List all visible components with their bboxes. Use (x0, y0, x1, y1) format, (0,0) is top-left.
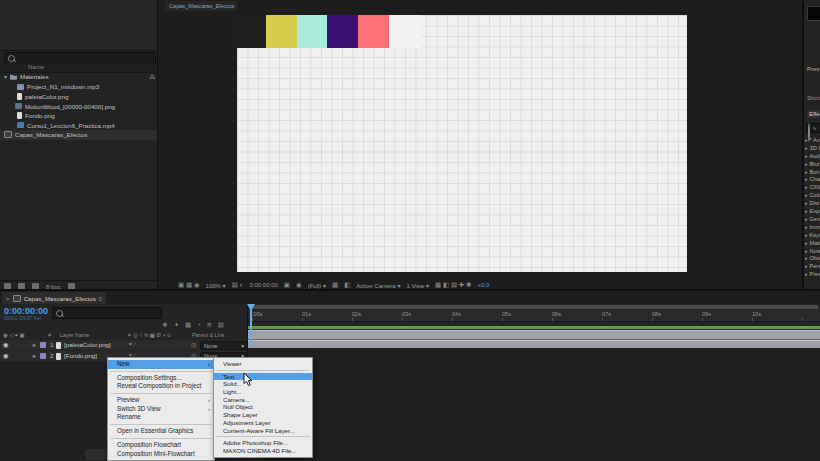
layer-name[interactable]: [Fondo.png] (64, 352, 97, 359)
layer-row[interactable]: ◉ ▸ 1 [paletaColor.png] ✦ ∕ ◎ None▾ (0, 340, 247, 351)
effect-category[interactable]: ▸Chan (805, 176, 820, 184)
submenu-item-light[interactable]: Light... (214, 388, 312, 396)
menu-item-new[interactable]: New› (108, 360, 214, 369)
menu-item-composition-mini-flowchart[interactable]: Composition Mini-Flowchart (108, 450, 214, 459)
menu-item-switch-3d-view[interactable]: Switch 3D View› (108, 405, 214, 414)
roi-icon[interactable]: ▦ (332, 281, 338, 289)
project-item-label[interactable]: Project_N1_mixdown.mp3 (27, 83, 99, 90)
layer-name[interactable]: [paletaColor.png] (64, 341, 111, 348)
layer-duration-bar[interactable] (248, 330, 820, 340)
effect-category[interactable]: ▸Blur (805, 160, 820, 168)
effect-category[interactable]: ▸Colo (805, 191, 820, 199)
switches-column-icons: ✦ ◎ ∖ fx ▦ Ø ◑ ⊙ (127, 332, 171, 338)
menu-item-open-essential-graphics[interactable]: Open in Essential Graphics (108, 427, 214, 436)
effect-category[interactable]: ▸3D C (805, 144, 820, 152)
effect-category[interactable]: ▸Expr (805, 207, 820, 215)
timeline-tab[interactable]: × Capas_Mascaras_Efectos ≡ (2, 292, 106, 304)
fill-color-swatch[interactable] (807, 6, 820, 21)
project-item[interactable]: Curso1_Leccion6_Practica.mp4 (0, 121, 174, 131)
exposure-value[interactable]: +0.0 (478, 282, 490, 288)
effect-category[interactable]: ▸Obso (805, 255, 820, 263)
project-item[interactable]: Project_N1_mixdown.mp3 (0, 82, 174, 92)
project-item-label[interactable]: Capas_Mascaras_Efectos (15, 131, 87, 138)
timeline-toolbar-icons[interactable]: ❖ ✦ ▦ ◔ ≋ ▤ (162, 321, 226, 329)
parent-dropdown[interactable]: None▾ (200, 341, 248, 350)
composition-canvas[interactable] (237, 15, 687, 272)
transparency-grid-icon[interactable]: ◧ (344, 281, 350, 289)
effect-category[interactable]: ▸Bori (805, 168, 820, 176)
resolution-dropdown[interactable]: (Full) ▾ (308, 282, 326, 289)
submenu-item-text[interactable]: Text (214, 373, 312, 381)
close-icon[interactable]: × (6, 295, 10, 302)
always-preview-icon[interactable]: ▣ ▦ ◉ (178, 281, 200, 289)
layer-label-color[interactable] (40, 353, 46, 359)
menu-item-composition-flowchart[interactable]: Composition Flowchart (108, 441, 214, 450)
effect-category[interactable]: ▸* Ani (805, 136, 820, 144)
menu-item-rename[interactable]: Rename (108, 413, 214, 422)
viewer-timecode[interactable]: 0:00:00:00 (250, 282, 278, 288)
view-layout-dropdown[interactable]: 1 View ▾ (406, 282, 429, 289)
time-ruler[interactable]: :00s 01s 02s 03s 04s 05s 06s 07s 08s 09s… (248, 310, 820, 322)
parent-link-column-header[interactable]: Parent & Link (192, 332, 224, 338)
effect-category[interactable]: ▸CINE (805, 183, 820, 191)
effect-category[interactable]: ▸Dist (805, 199, 820, 207)
flowchart-badge-icon[interactable]: ⁂ (149, 73, 155, 80)
project-item[interactable]: paletaColor.png (0, 92, 174, 102)
effects-search-input[interactable] (806, 123, 820, 133)
submenu-item-cinema4d-file[interactable]: MAXON CINEMA 4D File... (214, 447, 312, 455)
effect-category[interactable]: ▸Matt (805, 239, 820, 247)
time-navigator-bar[interactable] (250, 305, 818, 309)
name-column-header[interactable]: Name (28, 64, 44, 70)
project-item-label[interactable]: paletaColor.png (25, 93, 68, 100)
submenu-item-adjustment-layer[interactable]: Adjustment Layer (214, 419, 312, 427)
submenu-item-photoshop-file[interactable]: Adobe Photoshop File... (214, 439, 312, 447)
project-item-label[interactable]: MotionWood_[00000-00400].png (25, 103, 115, 110)
effect-category[interactable]: ▸Nois (805, 247, 820, 255)
effects-presets-tab[interactable]: Effec (807, 110, 820, 118)
menu-item-preview[interactable]: Preview› (108, 396, 214, 405)
layer-name-column-header[interactable]: Layer Name (60, 332, 89, 338)
submenu-item-solid[interactable]: Solid... (214, 380, 312, 388)
project-item[interactable]: Fondo.png (0, 111, 174, 121)
channel-icon[interactable]: ◉ (296, 281, 302, 289)
menu-item-composition-settings[interactable]: Composition Settings... (108, 374, 214, 383)
effect-category[interactable]: ▸Imme (805, 223, 820, 231)
layer-label-color[interactable] (40, 342, 46, 348)
effect-category[interactable]: ▸Pres (805, 270, 820, 278)
magnification-dropdown[interactable]: 100% ▾ (206, 282, 226, 289)
submenu-item-content-aware-fill[interactable]: Content-Aware Fill Layer... (214, 427, 312, 435)
project-item-composition[interactable]: Capas_Mascaras_Efectos (0, 130, 161, 140)
timeline-search-input[interactable] (52, 307, 162, 319)
eye-icon[interactable]: ◉ (3, 341, 8, 348)
current-timecode[interactable]: 0:00:00:00 (4, 306, 48, 316)
project-item-label[interactable]: Materiales (20, 73, 49, 80)
number-column-header[interactable]: # (48, 332, 51, 338)
preview-panel-tab[interactable]: Prev (807, 66, 819, 72)
pixel-aspect-icon[interactable]: ▦ ◧ ▤ ✚ ✱ (435, 281, 472, 289)
effect-category[interactable]: ▸Gene (805, 215, 820, 223)
eye-icon[interactable]: ◉ (3, 352, 8, 359)
submenu-item-camera[interactable]: Camera... (214, 396, 312, 404)
submenu-item-null-object[interactable]: Null Object (214, 403, 312, 411)
project-item-label[interactable]: Fondo.png (25, 112, 55, 119)
project-item[interactable]: MotionWood_[00000-00400].png (0, 102, 172, 112)
submenu-item-viewer[interactable]: Viewer (214, 360, 312, 368)
panel-menu-icon[interactable]: ≡ (99, 295, 103, 302)
effect-category[interactable]: ▸Pers (805, 262, 820, 270)
project-item-label[interactable]: Curso1_Leccion6_Practica.mp4 (27, 122, 115, 129)
effect-category[interactable]: ▸Audi (805, 152, 820, 160)
pickwhip-icon[interactable]: ◎ (191, 341, 196, 348)
twirl-down-icon[interactable]: ▾ (4, 73, 7, 80)
twirl-right-icon[interactable]: ▸ (33, 352, 36, 359)
effect-category[interactable]: ▸Keyi (805, 231, 820, 239)
menu-item-reveal-composition[interactable]: Reveal Composition in Project (108, 382, 214, 391)
layer-switches[interactable]: ✦ ∕ (128, 341, 135, 347)
project-item-folder[interactable]: ▾ Materiales ⁂ (0, 72, 161, 82)
grid-guides-icon[interactable]: ▤ ◐ (232, 281, 244, 289)
viewer-tab[interactable]: Capas_Mascaras_Efectos (165, 1, 238, 11)
camera-dropdown[interactable]: Active Camera ▾ (356, 282, 400, 289)
playhead-line[interactable] (250, 310, 252, 348)
snapshot-icon[interactable]: ▣ (284, 281, 290, 289)
submenu-item-shape-layer[interactable]: Shape Layer (214, 411, 312, 419)
twirl-right-icon[interactable]: ▸ (33, 341, 36, 348)
